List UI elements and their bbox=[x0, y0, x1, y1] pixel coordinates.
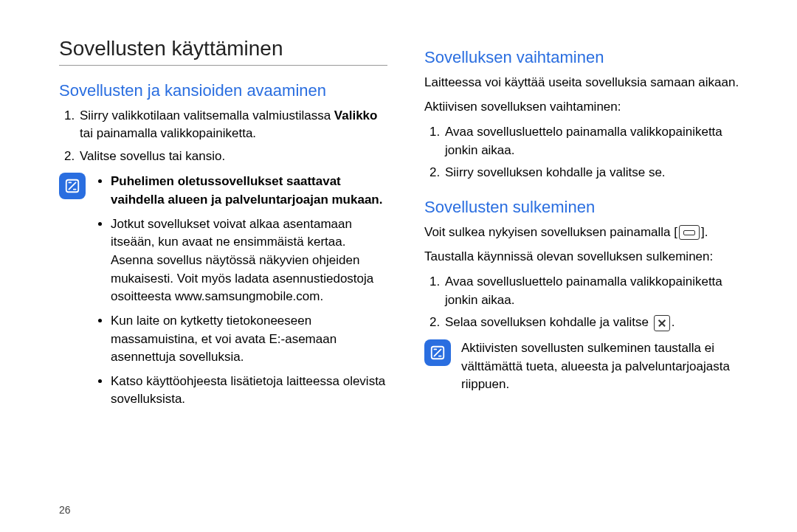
page-number: 26 bbox=[59, 504, 71, 516]
note-list: Puhelimen oletussovellukset saattavat va… bbox=[96, 173, 387, 415]
close-icon bbox=[654, 315, 670, 331]
paragraph: Voit sulkea nykyisen sovelluksen painama… bbox=[424, 224, 753, 241]
list-item: Avaa sovellusluettelo painamalla valikko… bbox=[444, 123, 753, 159]
section-heading-close: Sovellusten sulkeminen bbox=[424, 197, 753, 218]
list-item: Katso käyttöohjeesta lisätietoja laittee… bbox=[111, 373, 387, 409]
section-heading-open: Sovellusten ja kansioiden avaaminen bbox=[59, 80, 387, 101]
return-key-icon bbox=[679, 225, 700, 240]
text-run: ]. bbox=[701, 225, 708, 239]
paragraph: Laitteessa voi käyttää useita sovelluksi… bbox=[424, 74, 753, 91]
paragraph: Taustalla käynnissä olevan sovelluksen s… bbox=[424, 248, 753, 266]
paragraph: Aktiivisen sovelluksen vaihtaminen: bbox=[424, 98, 753, 116]
note-bold: Puhelimen oletussovellukset saattavat va… bbox=[111, 174, 382, 207]
open-steps-list: Siirry valikkotilaan valitsemalla valmiu… bbox=[59, 107, 387, 166]
list-item: Avaa sovellusluettelo painamalla valikko… bbox=[444, 273, 753, 309]
step-text: Siirry valikkotilaan valitsemalla valmiu… bbox=[80, 108, 334, 122]
note-text: Aktiivisten sovellusten sulkeminen taust… bbox=[461, 339, 753, 394]
switch-steps-list: Avaa sovellusluettelo painamalla valikko… bbox=[424, 123, 753, 182]
list-item: Siirry valikkotilaan valitsemalla valmiu… bbox=[78, 107, 387, 143]
list-item: Kun laite on kytketty tietokoneeseen mas… bbox=[111, 312, 387, 367]
note-block: Puhelimen oletussovellukset saattavat va… bbox=[59, 173, 387, 415]
note-icon bbox=[59, 173, 86, 199]
text-run: . bbox=[672, 315, 675, 329]
step-text-bold: Valikko bbox=[334, 108, 378, 122]
section-heading-switch: Sovelluksen vaihtaminen bbox=[424, 47, 753, 68]
page-title: Sovellusten käyttäminen bbox=[59, 37, 387, 66]
list-item: Selaa sovelluksen kohdalle ja valitse . bbox=[444, 314, 753, 332]
list-item: Puhelimen oletussovellukset saattavat va… bbox=[111, 173, 387, 209]
list-item: Siirry sovelluksen kohdalle ja valitse s… bbox=[444, 164, 753, 182]
note-icon bbox=[424, 339, 451, 366]
text-run: Voit sulkea nykyisen sovelluksen painama… bbox=[424, 225, 677, 239]
note-block: Aktiivisten sovellusten sulkeminen taust… bbox=[424, 339, 753, 394]
list-item: Jotkut sovellukset voivat alkaa asentama… bbox=[111, 215, 387, 306]
step-text: tai painamalla valikkopainiketta. bbox=[80, 126, 256, 140]
close-steps-list: Avaa sovellusluettelo painamalla valikko… bbox=[424, 273, 753, 332]
list-item: Valitse sovellus tai kansio. bbox=[78, 148, 387, 166]
text-run: Selaa sovelluksen kohdalle ja valitse bbox=[445, 315, 652, 329]
